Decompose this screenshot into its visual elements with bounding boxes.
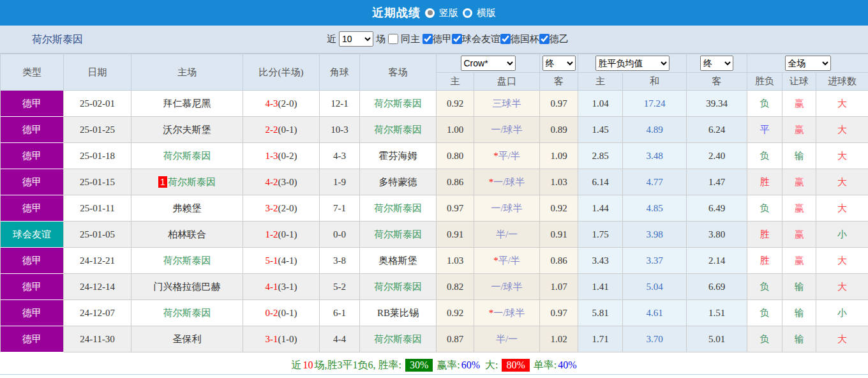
- home-team-name: 荷尔斯泰因: [163, 255, 211, 266]
- half-time-score: (0-1): [278, 125, 297, 135]
- handicap-value: 一/球半: [491, 282, 522, 292]
- handicap-value: 一/球半: [493, 308, 525, 318]
- cell-date: 24-12-07: [64, 300, 131, 326]
- avg-type-select[interactable]: 胜平负均值: [595, 56, 670, 71]
- table-row: 德甲25-01-18荷尔斯泰因1-3(0-2)4-3霍芬海姆0.80*平/半1.…: [1, 143, 868, 169]
- cell-home-team: 门兴格拉德巴赫: [131, 274, 243, 300]
- cell-handicap: 一/球半: [474, 117, 540, 143]
- cell-home-team: 柏林联合: [131, 222, 243, 248]
- subheader-goals: 进球数: [816, 73, 868, 91]
- cell-avg-away: 1.47: [687, 169, 747, 195]
- single-rate-label: 单率:: [534, 359, 557, 372]
- rank-badge: 1: [158, 176, 167, 188]
- games-label: 场: [376, 33, 385, 45]
- cell-goals-result: 大: [816, 91, 868, 117]
- league-checkbox-1[interactable]: [452, 34, 462, 44]
- league-checkbox-2[interactable]: [500, 34, 511, 44]
- handicap-value: 平/半: [498, 151, 520, 161]
- same-home-checkbox[interactable]: [388, 34, 398, 44]
- league-checkbox-3[interactable]: [539, 34, 550, 44]
- header-home: 主场: [131, 54, 243, 91]
- cell-score: 4-1(3-1): [243, 274, 320, 300]
- match-count-select[interactable]: 10: [339, 31, 373, 47]
- radio-vertical-layout[interactable]: [425, 8, 435, 18]
- table-row: 德甲25-01-25沃尔夫斯堡2-2(0-1)10-3荷尔斯泰因1.00一/球半…: [1, 117, 868, 143]
- cell-handicap: *平/半: [474, 248, 540, 274]
- cell-score: 1-3(0-2): [243, 143, 320, 169]
- cell-result: 负: [747, 91, 782, 117]
- cell-avg-draw: 3.48: [623, 143, 687, 169]
- half-time-score: (0-1): [278, 229, 297, 239]
- half-time-score: (0-2): [278, 151, 297, 161]
- cell-avg-away: 3.80: [687, 222, 747, 248]
- cell-goals-result: 大: [816, 117, 868, 143]
- big-rate-badge: 80%: [502, 359, 529, 372]
- summary-near-label: 近: [291, 359, 301, 372]
- cell-result: 胜: [747, 169, 782, 195]
- cell-handicap-result: 输: [782, 326, 816, 352]
- cell-home-odds: 1.00: [437, 117, 474, 143]
- cell-avg-home: 1.44: [578, 195, 623, 222]
- home-team-name: 拜仁慕尼黑: [163, 98, 211, 109]
- cell-handicap-result: 赢: [782, 169, 816, 195]
- cell-handicap: 半/一: [474, 222, 540, 248]
- cell-league-type: 德甲: [1, 326, 64, 352]
- cell-score: 2-2(0-1): [243, 117, 320, 143]
- cell-corners: 1-9: [320, 169, 360, 195]
- cell-home-odds: 0.91: [437, 222, 474, 248]
- odds-state-select[interactable]: 终: [542, 56, 576, 71]
- cell-away-team: 荷尔斯泰因: [360, 274, 437, 300]
- cell-goals-result: 大: [816, 248, 868, 274]
- cell-corners: 4-3: [320, 143, 360, 169]
- cell-away-odds: 1.07: [540, 274, 578, 300]
- handicap-value: 平/半: [498, 255, 520, 266]
- cell-avg-away: 6.49: [687, 195, 747, 222]
- full-time-score: 3-2: [266, 203, 278, 213]
- cell-result: 平: [747, 117, 782, 143]
- scope-select[interactable]: 全场: [785, 56, 831, 71]
- handicap-value: 半/一: [496, 229, 518, 239]
- subheader-odds-home: 主: [437, 73, 474, 91]
- cell-result: 负: [747, 195, 782, 222]
- league-checkbox-0[interactable]: [423, 34, 433, 44]
- away-team-name: 荷尔斯泰因: [374, 229, 422, 239]
- cell-handicap-result: 输: [782, 300, 816, 326]
- radio-horizontal-layout[interactable]: [463, 8, 472, 18]
- cell-corners: 7-1: [320, 195, 360, 222]
- radio-vertical-label[interactable]: 竖版: [439, 7, 458, 19]
- cell-result: 负: [747, 326, 782, 352]
- cell-avg-draw: 3.37: [623, 248, 687, 274]
- header-away: 客场: [360, 54, 437, 91]
- cell-away-team: 奥格斯堡: [360, 248, 437, 274]
- odds-company-select[interactable]: Crow*: [461, 56, 516, 71]
- cell-avg-draw: 4.77: [623, 169, 687, 195]
- table-row: 德甲25-02-01拜仁慕尼黑4-3(2-0)12-1荷尔斯泰因0.92三球半0…: [1, 91, 868, 117]
- cell-home-odds: 0.97: [437, 195, 474, 222]
- full-time-score: 4-2: [266, 177, 278, 187]
- cell-away-odds: 1.03: [540, 169, 578, 195]
- cell-league-type: 德甲: [1, 195, 64, 222]
- full-time-score: 2-2: [266, 125, 278, 135]
- cell-goals-result: 大: [816, 274, 868, 300]
- away-team-name: 霍芬海姆: [379, 151, 417, 161]
- cell-handicap-result: 赢: [782, 91, 816, 117]
- cell-avg-home: 6.14: [578, 169, 623, 195]
- cell-league-type: 德甲: [1, 143, 64, 169]
- home-team-name: 柏林联合: [168, 229, 206, 239]
- avg-state-select[interactable]: 终: [700, 56, 733, 71]
- handicap-value: 一/球半: [491, 203, 522, 213]
- half-time-score: (1-0): [278, 334, 297, 344]
- cell-handicap: 三球半: [474, 91, 540, 117]
- half-time-score: (3-0): [278, 177, 297, 187]
- team-name: 荷尔斯泰因: [32, 33, 83, 47]
- header-score: 比分(半场): [243, 54, 320, 91]
- cell-home-odds: 0.80: [437, 143, 474, 169]
- handicap-value: 一/球半: [491, 125, 522, 135]
- half-time-score: (4-1): [278, 255, 297, 266]
- cell-avg-home: 3.43: [578, 248, 623, 274]
- cell-league-type: 德甲: [1, 117, 64, 143]
- radio-horizontal-label[interactable]: 横版: [477, 7, 496, 19]
- cell-avg-away: 1.51: [687, 300, 747, 326]
- cell-home-team: 荷尔斯泰因: [131, 143, 243, 169]
- handicap-value: 一/球半: [493, 177, 525, 187]
